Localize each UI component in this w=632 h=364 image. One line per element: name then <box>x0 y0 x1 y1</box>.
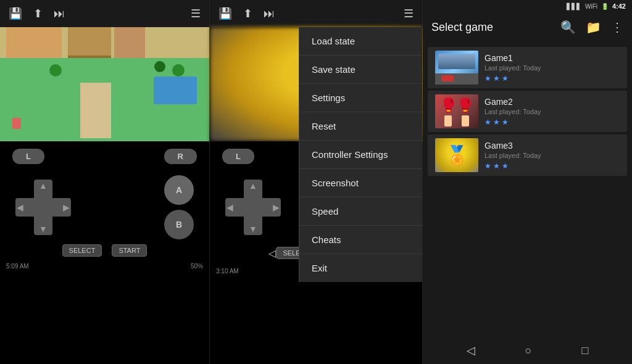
dpad-down[interactable]: ▼ <box>39 224 48 234</box>
fast-forward-icon-2[interactable]: ⏭ <box>264 7 275 20</box>
game-item-3[interactable]: 🏅 Game3 Last played: Today ★ ★ ★ <box>428 134 627 176</box>
top-bar-1: 💾 ⬆ ⏭ ☰ <box>0 0 209 27</box>
p3-battery-icon: 🔋 <box>601 3 609 10</box>
dpad-left[interactable]: ◀ <box>17 202 23 212</box>
btn-select-1[interactable]: SELECT <box>62 244 102 257</box>
game-screen-1 <box>0 27 209 141</box>
btn-l-2[interactable]: L <box>222 149 254 164</box>
menu-item-exit[interactable]: Exit <box>299 254 422 282</box>
star-3-2: ★ <box>493 162 500 170</box>
game-thumbnail-3: 🏅 <box>435 138 478 172</box>
p3-time: 4:42 <box>612 2 626 10</box>
game-subtitle-2: Last played: Today <box>484 108 620 115</box>
controls-1: L R ▲ ▼ ◀ ▶ A B SELECT START 5:09 AM 50% <box>0 141 209 364</box>
menu-item-settings[interactable]: Settings <box>299 84 422 112</box>
dpad-2[interactable]: ▲ ▼ ◀ ▶ <box>225 180 281 235</box>
menu-item-controller-settings[interactable]: Controller Settings <box>299 141 422 169</box>
game-subtitle-3: Last played: Today <box>484 152 620 159</box>
star-3-1: ★ <box>484 162 491 170</box>
menu-icon[interactable]: ☰ <box>191 7 201 20</box>
menu-item-screenshot[interactable]: Screenshot <box>299 169 422 197</box>
game-thumbnail-1 <box>435 51 478 85</box>
top-bar-2: 💾 ⬆ ⏭ ☰ <box>210 0 422 27</box>
menu-item-cheats[interactable]: Cheats <box>299 226 422 254</box>
game-item-1[interactable]: Game1 Last played: Today ★ ★ ★ <box>428 47 627 88</box>
search-icon[interactable]: 🔍 <box>560 20 576 35</box>
btn-r-1[interactable]: R <box>164 149 197 164</box>
back-icon-p3[interactable]: ◁ <box>467 344 475 357</box>
back-nav-icon[interactable]: ◁ <box>268 247 276 259</box>
menu-item-reset[interactable]: Reset <box>299 112 422 141</box>
star-2-1: ★ <box>484 118 491 126</box>
game-scene <box>0 27 209 141</box>
bottom-bar-1: SELECT START <box>0 239 209 262</box>
btn-start-1[interactable]: START <box>112 244 147 257</box>
dpad-up[interactable]: ▲ <box>39 181 48 191</box>
game-thumbnail-2: 🥊 🥊 <box>435 94 478 128</box>
dpad-1[interactable]: ▲ ▼ ◀ ▶ <box>15 180 71 235</box>
folder-icon[interactable]: 📁 <box>586 20 601 35</box>
star-3-3: ★ <box>502 162 509 170</box>
btn-l-1[interactable]: L <box>12 149 44 164</box>
p3-title: Select game <box>431 21 493 34</box>
fast-forward-icon[interactable]: ⏭ <box>54 7 65 20</box>
star-2-3: ★ <box>502 118 509 126</box>
save-icon[interactable]: 💾 <box>9 7 22 20</box>
game-item-2[interactable]: 🥊 🥊 Game2 Last played: Today ★ ★ ★ <box>428 91 627 132</box>
game-list: Game1 Last played: Today ★ ★ ★ 🥊 🥊 Game2… <box>423 42 632 192</box>
upload-icon[interactable]: ⬆ <box>33 7 43 20</box>
time-2: 3:10 AM <box>216 268 239 275</box>
p3-status-bar: ▋▋▋ WiFi 🔋 4:42 <box>423 0 632 12</box>
p3-header-icons: 🔍 📁 ⋮ <box>560 20 623 35</box>
p3-wifi-icon: WiFi <box>585 3 597 10</box>
menu-item-load-state[interactable]: Load state <box>299 27 422 56</box>
p3-nav-bar: ◁ ○ □ <box>423 337 632 364</box>
dpad-right[interactable]: ▶ <box>63 202 70 212</box>
panel-1: 💾 ⬆ ⏭ ☰ L R <box>0 0 210 364</box>
p3-signal-icon: ▋▋▋ <box>567 3 581 10</box>
star-1-2: ★ <box>493 74 500 83</box>
dpad-down-2[interactable]: ▼ <box>249 224 257 234</box>
dpad-ab-row-1: ▲ ▼ ◀ ▶ A B <box>0 175 209 239</box>
overflow-icon[interactable]: ⋮ <box>611 20 623 35</box>
dpad-up-2[interactable]: ▲ <box>249 181 257 191</box>
game-info-2: Game2 Last played: Today ★ ★ ★ <box>484 97 620 126</box>
save-icon-2[interactable]: 💾 <box>218 7 232 20</box>
star-row-3: ★ ★ ★ <box>484 162 620 170</box>
star-1-3: ★ <box>502 74 509 83</box>
panel-3: ▋▋▋ WiFi 🔋 4:42 Select game 🔍 📁 ⋮ Game1 … <box>423 0 632 364</box>
upload-icon-2[interactable]: ⬆ <box>243 7 252 20</box>
top-bar-left-icons-2: 💾 ⬆ ⏭ <box>218 7 275 20</box>
btn-a-1[interactable]: A <box>164 175 194 205</box>
dropdown-menu: Load state Save state Settings Reset Con… <box>299 27 422 282</box>
menu-item-save-state[interactable]: Save state <box>299 56 422 84</box>
battery-1: 50% <box>191 263 203 270</box>
star-row-1: ★ ★ ★ <box>484 74 620 83</box>
game-info-1: Game1 Last played: Today ★ ★ ★ <box>484 53 620 83</box>
home-icon-p3[interactable]: ○ <box>525 344 532 357</box>
star-1-1: ★ <box>484 74 491 83</box>
recents-icon-p3[interactable]: □ <box>582 344 589 357</box>
status-bar-1: 5:09 AM 50% <box>0 262 209 271</box>
star-2-2: ★ <box>493 118 500 126</box>
game-name-3: Game3 <box>484 141 620 151</box>
dpad-left-2[interactable]: ◀ <box>227 202 233 212</box>
ab-buttons-1: A B <box>164 175 194 239</box>
shoulder-buttons-1: L R <box>0 144 209 169</box>
menu-icon-2[interactable]: ☰ <box>404 7 414 20</box>
btn-b-1[interactable]: B <box>164 210 194 239</box>
top-bar-left-icons: 💾 ⬆ ⏭ <box>9 7 65 20</box>
game-name-1: Game1 <box>484 53 620 63</box>
game-name-2: Game2 <box>484 97 620 107</box>
menu-item-speed[interactable]: Speed <box>299 197 422 226</box>
dpad-right-2[interactable]: ▶ <box>273 202 280 212</box>
p3-header: Select game 🔍 📁 ⋮ <box>423 12 632 42</box>
game-info-3: Game3 Last played: Today ★ ★ ★ <box>484 141 620 170</box>
star-row-2: ★ ★ ★ <box>484 118 620 126</box>
time-1: 5:09 AM <box>6 263 29 270</box>
game-subtitle-1: Last played: Today <box>484 64 620 72</box>
panel-2: 💾 ⬆ ⏭ ☰ Load state Save state Settings R… <box>210 0 423 364</box>
